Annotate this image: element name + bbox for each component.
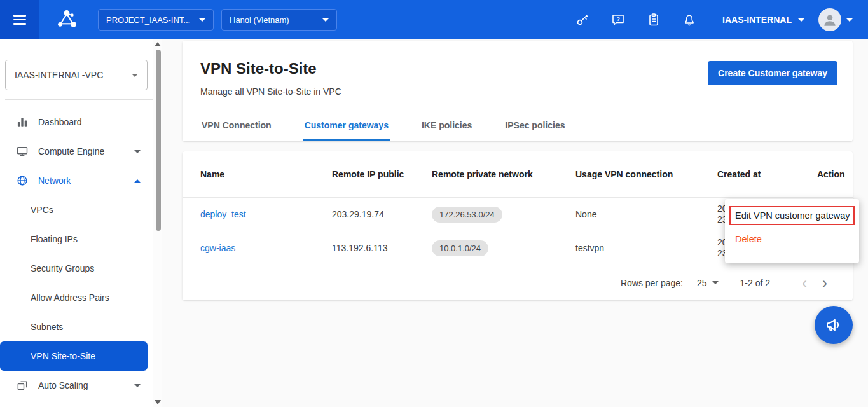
chevron-down-icon (846, 18, 853, 22)
announcement-fab-button[interactable] (815, 306, 853, 344)
vpc-select[interactable]: IAAS-INTERNAL-VPC (5, 60, 148, 90)
sidebar-item-security-groups[interactable]: Security Groups (0, 254, 162, 283)
compute-engine-icon (15, 144, 29, 158)
svg-text:?: ? (617, 15, 620, 22)
page-header-card: VPN Site-to-Site Manage all VPN Site-to-… (183, 41, 853, 141)
chevron-down-icon (134, 384, 141, 387)
chevron-up-icon (134, 179, 141, 183)
tab-customer-gateways[interactable]: Customer gateways (303, 113, 390, 141)
column-header-name: Name (183, 169, 332, 179)
sidebar-item-label: Dashboard (38, 117, 82, 127)
sidebar-item-network[interactable]: Network (0, 166, 162, 195)
sidebar-item-subnets[interactable]: Subnets (0, 312, 162, 341)
notifications-bell-icon[interactable] (682, 12, 697, 27)
gateway-name-link[interactable]: deploy_test (200, 209, 246, 219)
logo-icon (53, 6, 80, 33)
chevron-down-icon (134, 150, 141, 153)
project-dropdown-label: PROJECT_IAAS-INT... (106, 15, 190, 25)
user-avatar-menu[interactable] (818, 8, 853, 31)
account-label: IAAS-INTERNAL (722, 15, 792, 25)
sidebar-item-label: Floating IPs (31, 234, 78, 244)
table-header-row: Name Remote IP public Remote private net… (183, 151, 853, 197)
remote-network-chip: 10.0.1.0/24 (432, 240, 488, 256)
sidebar-item-label: Auto Scaling (38, 380, 88, 390)
topbar: PROJECT_IAAS-INT... Hanoi (Vietnam) ? IA… (0, 0, 868, 39)
hamburger-menu-button[interactable] (0, 0, 39, 39)
create-customer-gateway-button[interactable]: Create Customer gateway (708, 61, 837, 85)
sidebar-item-label: Compute Engine (38, 146, 104, 156)
sidebar-item-label: VPN Site-to-Site (31, 351, 95, 361)
key-icon[interactable] (575, 12, 590, 27)
sidebar-item-label: Subnets (31, 322, 63, 332)
person-icon (822, 11, 838, 28)
auto-scaling-icon (15, 378, 29, 392)
tab-vpn-connection[interactable]: VPN Connection (200, 113, 273, 141)
sidebar-item-label: Allow Address Pairs (31, 293, 109, 303)
sidebar-scrollbar[interactable] (153, 39, 162, 407)
hamburger-icon (13, 12, 26, 27)
rows-per-page-value: 25 (697, 278, 707, 288)
sidebar-item-auto-scaling[interactable]: Auto Scaling (0, 371, 162, 400)
account-menu[interactable]: IAAS-INTERNAL (722, 15, 804, 25)
usage-value: None (575, 209, 717, 219)
remote-network-chip: 172.26.53.0/24 (432, 207, 502, 223)
support-chat-icon[interactable]: ? (610, 12, 626, 27)
column-header-action: Action (817, 169, 853, 179)
sidebar-item-floating-ips[interactable]: Floating IPs (0, 224, 162, 254)
sidebar-item-label: Network (38, 176, 71, 186)
column-header-usage: Usage VPN connection (575, 169, 717, 179)
column-header-remote-ip: Remote IP public (332, 169, 432, 179)
tab-bar: VPN Connection Customer gateways IKE pol… (200, 113, 566, 141)
sidebar-menu: Dashboard Compute Engine Network (0, 107, 162, 400)
app-logo[interactable] (53, 6, 80, 33)
rows-per-page-select[interactable]: 25 (697, 278, 719, 288)
remote-ip-value: 113.192.6.113 (332, 243, 432, 253)
column-header-created-at: Created at (717, 169, 817, 179)
sidebar-item-dashboard[interactable]: Dashboard (0, 107, 162, 137)
sidebar: IAAS-INTERNAL-VPC Dashboard Compute En (0, 39, 162, 407)
next-page-icon[interactable]: › (815, 275, 835, 291)
project-dropdown[interactable]: PROJECT_IAAS-INT... (98, 9, 214, 31)
sidebar-item-label: Security Groups (31, 263, 94, 273)
previous-page-icon[interactable]: ‹ (794, 275, 815, 291)
avatar (818, 8, 841, 31)
scrollbar-thumb[interactable] (156, 50, 161, 231)
table-footer: Rows per page: 25 1-2 of 2 ‹ › (183, 265, 853, 300)
row-action-context-menu: Edit VPN customer gateway Delete (725, 199, 859, 263)
divider (5, 99, 156, 100)
scroll-up-arrow-icon[interactable] (155, 42, 161, 46)
chevron-down-icon (798, 18, 804, 22)
rows-per-page-label: Rows per page: (621, 278, 683, 288)
pagination-range: 1-2 of 2 (740, 278, 770, 288)
clipboard-icon[interactable] (646, 12, 661, 27)
scroll-down-arrow-icon[interactable] (155, 400, 161, 404)
region-dropdown-label: Hanoi (Vietnam) (230, 15, 289, 25)
chevron-down-icon (712, 281, 719, 284)
chevron-down-icon (132, 74, 138, 77)
topbar-right: ? IAAS-INTERNAL (555, 8, 868, 31)
delete-menu-item[interactable]: Delete (725, 230, 859, 248)
sidebar-item-allow-address-pairs[interactable]: Allow Address Pairs (0, 283, 162, 312)
page-title: VPN Site-to-Site (200, 60, 317, 78)
tab-ipsec-policies[interactable]: IPSec policies (504, 113, 566, 141)
vpc-select-value: IAAS-INTERNAL-VPC (15, 70, 103, 80)
edit-vpn-customer-gateway-menu-item[interactable]: Edit VPN customer gateway (729, 206, 855, 225)
chevron-down-icon (199, 18, 205, 22)
megaphone-icon (824, 315, 843, 335)
tab-ike-policies[interactable]: IKE policies (420, 113, 473, 141)
sidebar-item-compute-engine[interactable]: Compute Engine (0, 137, 162, 166)
gateway-name-link[interactable]: cgw-iaas (200, 243, 235, 253)
network-globe-icon (15, 174, 29, 188)
sidebar-item-label: VPCs (31, 205, 53, 215)
dashboard-icon (15, 115, 29, 129)
column-header-remote-network: Remote private network (432, 169, 575, 179)
region-dropdown[interactable]: Hanoi (Vietnam) (221, 9, 337, 31)
sidebar-item-vpcs[interactable]: VPCs (0, 195, 162, 224)
page-subtitle: Manage all VPN Site-to-Site in VPC (200, 86, 341, 97)
usage-value: testvpn (575, 243, 717, 253)
chevron-down-icon (322, 18, 329, 22)
remote-ip-value: 203.29.19.74 (332, 209, 432, 219)
sidebar-item-vpn-site-to-site[interactable]: VPN Site-to-Site (0, 341, 148, 371)
